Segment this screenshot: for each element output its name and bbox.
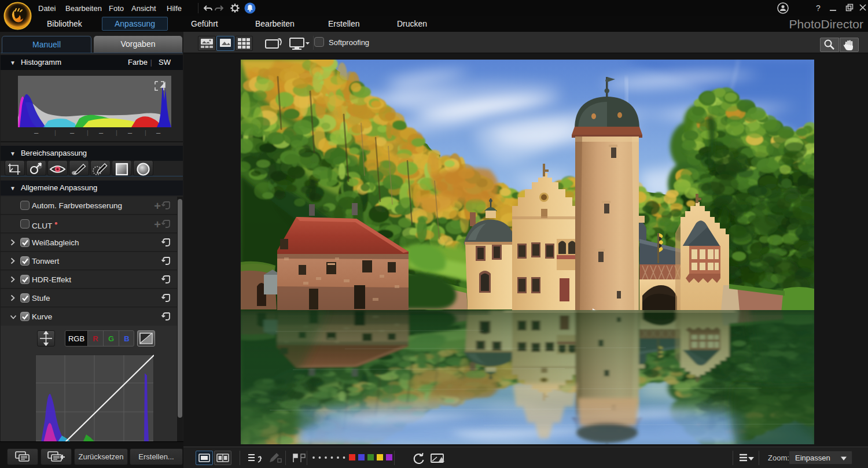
svg-text:?: ? [816,3,821,13]
